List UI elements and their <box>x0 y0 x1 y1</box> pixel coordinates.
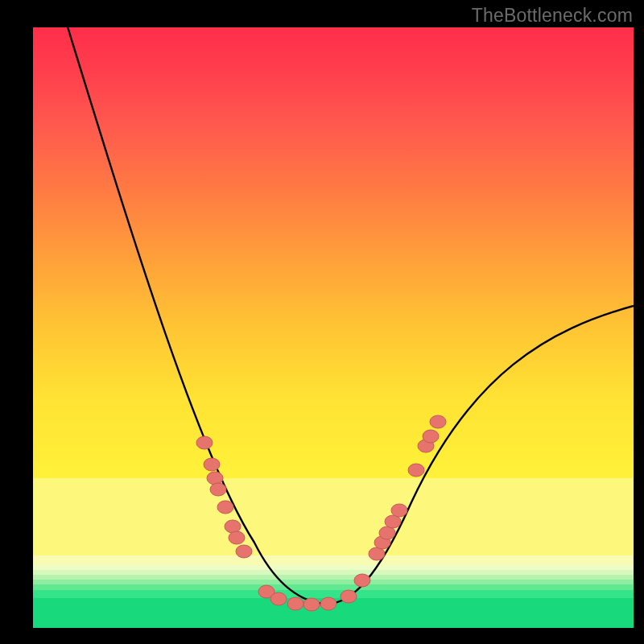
plot-area <box>33 27 634 628</box>
gradient-band <box>33 590 634 598</box>
gradient-band <box>33 598 634 628</box>
gradient-band <box>33 555 634 565</box>
chart-frame: TheBottleneck.com <box>0 0 644 644</box>
gradient-band <box>33 478 634 555</box>
gradient-band <box>33 584 634 590</box>
watermark-text: TheBottleneck.com <box>472 5 633 27</box>
gradient-band <box>33 27 634 478</box>
